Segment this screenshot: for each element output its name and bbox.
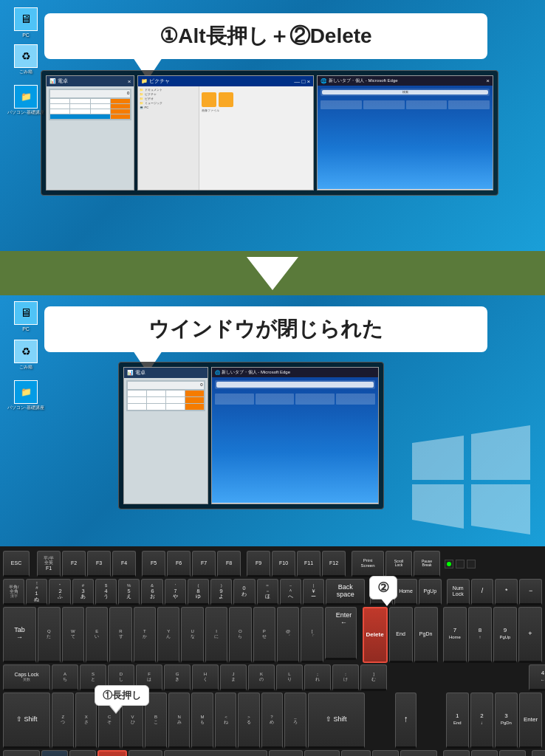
key-esc[interactable]: ESC: [3, 551, 30, 577]
key-pause[interactable]: PauseBreak: [414, 551, 440, 577]
key-f8[interactable]: F8: [217, 551, 241, 577]
key-7[interactable]: ' ７や: [165, 579, 186, 605]
key-shift-right[interactable]: ⇧ Shift: [308, 693, 365, 749]
key-e[interactable]: Eい: [86, 607, 108, 663]
key-f12[interactable]: F12: [322, 551, 346, 577]
key-num-7[interactable]: 7Home: [443, 607, 467, 663]
key-arrow-up-2[interactable]: ↑: [471, 750, 498, 756]
key-arrow-right[interactable]: →: [499, 750, 526, 756]
key-k[interactable]: Kの: [248, 664, 275, 691]
key-3[interactable]: # ３あ: [72, 579, 94, 605]
key-p[interactable]: Pせ: [253, 607, 275, 663]
key-caps-lock[interactable]: Caps Lock 英数: [3, 664, 50, 691]
key-h[interactable]: Hく: [192, 664, 219, 691]
key-at[interactable]: @゛: [277, 607, 299, 663]
key-arrow-up[interactable]: ↑: [395, 693, 417, 749]
key-num-minus[interactable]: −: [519, 579, 542, 605]
key-ctrl-right[interactable]: Ctrl: [400, 750, 437, 756]
key-num-3[interactable]: 3PgDn: [495, 693, 518, 749]
key-q[interactable]: Qた: [38, 607, 60, 663]
key-g[interactable]: Gき: [164, 664, 191, 691]
key-page-down[interactable]: PgDn: [414, 607, 438, 663]
key-5[interactable]: % ５え: [118, 579, 140, 605]
key-windows[interactable]: ⊞: [69, 750, 96, 756]
key-num-plus[interactable]: +: [518, 607, 542, 663]
key-num-8[interactable]: 8↑: [468, 607, 492, 663]
key-1[interactable]: ！# １ぬ: [26, 579, 47, 605]
key-alt-left[interactable]: Alt: [97, 750, 127, 756]
key-tilde[interactable]: 半角/全角 漢字: [3, 579, 24, 605]
key-f5[interactable]: F5: [142, 551, 165, 577]
key-print-screen[interactable]: PrintScreen: [352, 551, 384, 577]
key-alt-right[interactable]: Alt: [341, 750, 371, 756]
key-space[interactable]: [164, 750, 267, 756]
key-scroll-lock[interactable]: ScrollLock: [385, 551, 412, 577]
key-num-4[interactable]: 4←: [529, 664, 545, 691]
key-bracket-close[interactable]: ]む: [360, 664, 387, 691]
key-f3[interactable]: F3: [87, 551, 111, 577]
key-page-up[interactable]: PgUp: [419, 579, 442, 605]
key-num-9[interactable]: 9PgUp: [493, 607, 517, 663]
key-yen[interactable]: | ￥ー: [303, 579, 324, 605]
key-l[interactable]: Lり: [276, 664, 303, 691]
key-j[interactable]: Jま: [220, 664, 247, 691]
key-o[interactable]: Oら: [229, 607, 251, 663]
key-num-1[interactable]: 1End: [446, 693, 469, 749]
key-shift-left[interactable]: ⇧ Shift: [3, 693, 50, 749]
key-period[interactable]: ＞る: [238, 693, 259, 749]
key-r[interactable]: Rす: [109, 607, 131, 663]
key-bracket-open[interactable]: [「: [301, 607, 323, 663]
key-row-numbers: 半角/全角 漢字 ！# １ぬ " ２ふ # ３あ $ ４う % ５え & ６お …: [3, 579, 542, 605]
key-i[interactable]: Iに: [205, 607, 227, 663]
key-w[interactable]: Wて: [62, 607, 84, 663]
key-muhenkan[interactable]: 無変換: [128, 750, 162, 756]
key-num-lock[interactable]: NumLock: [447, 579, 470, 605]
key-henkan[interactable]: 変換: [269, 750, 303, 756]
key-semicolon[interactable]: ；れ: [304, 664, 331, 691]
key-slash[interactable]: ？め: [261, 693, 283, 749]
key-caret[interactable]: ~ ＾へ: [280, 579, 301, 605]
key-menu[interactable]: ☰: [372, 750, 399, 756]
key-m[interactable]: Mも: [191, 693, 213, 749]
key-u[interactable]: Uな: [181, 607, 203, 663]
key-home[interactable]: Home: [394, 579, 417, 605]
key-delete[interactable]: Delete: [363, 607, 388, 663]
key-x[interactable]: Xさ: [75, 693, 97, 749]
key-6[interactable]: & ６お: [141, 579, 162, 605]
key-num-slash[interactable]: /: [471, 579, 494, 605]
key-a[interactable]: Aち: [52, 664, 78, 691]
key-comma[interactable]: ＜ね: [215, 693, 236, 749]
key-num-2[interactable]: 2↓: [470, 693, 493, 749]
key-backslash[interactable]: _ろ: [284, 693, 306, 749]
key-enter[interactable]: Enter←: [325, 607, 357, 660]
key-z[interactable]: Zつ: [52, 693, 73, 749]
key-n[interactable]: Nみ: [168, 693, 190, 749]
key-minus[interactable]: ＝ －ほ: [257, 579, 278, 605]
key-y[interactable]: Yん: [157, 607, 179, 663]
key-num-asterisk[interactable]: *: [495, 579, 518, 605]
key-end[interactable]: End: [389, 607, 413, 663]
key-katakana[interactable]: カタカナひらがなローマ字: [304, 750, 340, 756]
key-fn[interactable]: Fn: [41, 750, 68, 756]
key-t[interactable]: Tか: [134, 607, 156, 663]
key-arrow-left[interactable]: ←: [443, 750, 470, 756]
key-num-0[interactable]: 0Ins: [532, 750, 545, 756]
key-8[interactable]: ( ８ゆ: [188, 579, 209, 605]
key-f2[interactable]: F2: [62, 551, 86, 577]
key-tab[interactable]: Tab→: [3, 607, 36, 663]
key-f11[interactable]: F11: [297, 551, 321, 577]
key-num-enter[interactable]: Enter: [519, 693, 542, 749]
key-f9[interactable]: F9: [247, 551, 270, 577]
key-ctrl-left[interactable]: Ctrl: [3, 750, 40, 756]
key-f10[interactable]: F10: [272, 551, 295, 577]
key-f4[interactable]: F4: [112, 551, 136, 577]
key-colon[interactable]: ：け: [332, 664, 359, 691]
key-0[interactable]: ０わ: [233, 579, 255, 605]
key-f7[interactable]: F7: [192, 551, 216, 577]
key-9[interactable]: ) ９よ: [210, 579, 232, 605]
key-f1[interactable]: 平/半全英 F1: [37, 551, 61, 577]
key-backspace[interactable]: Backspace: [326, 579, 365, 605]
key-2[interactable]: " ２ふ: [49, 579, 70, 605]
key-f6[interactable]: F6: [167, 551, 191, 577]
key-4[interactable]: $ ４う: [95, 579, 117, 605]
